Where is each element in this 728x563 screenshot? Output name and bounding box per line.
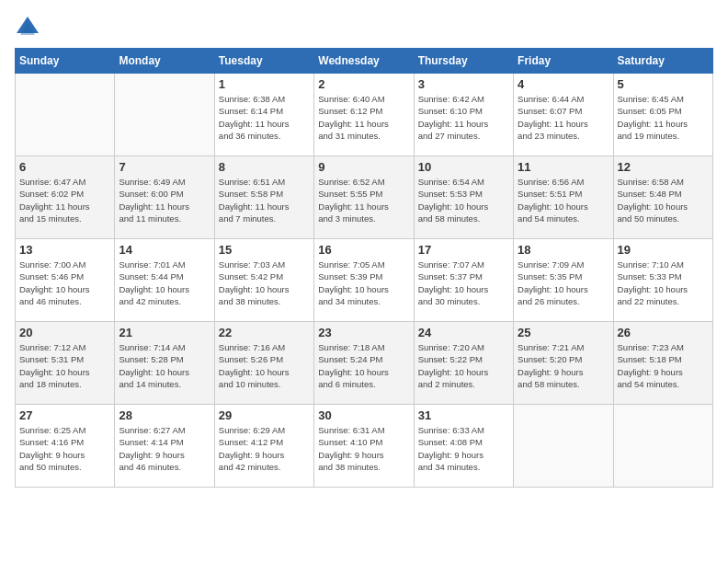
calendar-cell: 5Sunrise: 6:45 AM Sunset: 6:05 PM Daylig… xyxy=(613,74,712,156)
day-number: 21 xyxy=(119,326,210,339)
calendar-cell: 19Sunrise: 7:10 AM Sunset: 5:33 PM Dayli… xyxy=(613,239,712,322)
day-number: 14 xyxy=(119,243,210,257)
calendar-header-row: SundayMondayTuesdayWednesdayThursdayFrid… xyxy=(16,49,713,74)
calendar-cell: 7Sunrise: 6:49 AM Sunset: 6:00 PM Daylig… xyxy=(115,156,214,239)
day-info: Sunrise: 7:07 AM Sunset: 5:37 PM Dayligh… xyxy=(418,259,509,307)
calendar-cell xyxy=(16,74,115,156)
day-info: Sunrise: 6:54 AM Sunset: 5:53 PM Dayligh… xyxy=(418,176,509,224)
week-row-1: 1Sunrise: 6:38 AM Sunset: 6:14 PM Daylig… xyxy=(16,74,713,156)
calendar-cell: 26Sunrise: 7:23 AM Sunset: 5:18 PM Dayli… xyxy=(613,322,712,405)
day-number: 22 xyxy=(219,326,310,339)
day-info: Sunrise: 7:10 AM Sunset: 5:33 PM Dayligh… xyxy=(618,259,709,307)
day-number: 2 xyxy=(318,77,409,91)
day-number: 24 xyxy=(418,326,509,339)
calendar-cell: 20Sunrise: 7:12 AM Sunset: 5:31 PM Dayli… xyxy=(16,322,115,405)
day-info: Sunrise: 7:05 AM Sunset: 5:39 PM Dayligh… xyxy=(318,259,409,307)
calendar-cell: 14Sunrise: 7:01 AM Sunset: 5:44 PM Dayli… xyxy=(115,239,214,322)
day-number: 15 xyxy=(219,243,310,257)
calendar-cell: 23Sunrise: 7:18 AM Sunset: 5:24 PM Dayli… xyxy=(314,322,414,405)
day-info: Sunrise: 6:40 AM Sunset: 6:12 PM Dayligh… xyxy=(318,93,409,142)
day-info: Sunrise: 6:38 AM Sunset: 6:14 PM Dayligh… xyxy=(219,93,310,142)
calendar-cell: 13Sunrise: 7:00 AM Sunset: 5:46 PM Dayli… xyxy=(16,239,115,322)
week-row-3: 13Sunrise: 7:00 AM Sunset: 5:46 PM Dayli… xyxy=(16,239,713,322)
calendar-cell: 30Sunrise: 6:31 AM Sunset: 4:10 PM Dayli… xyxy=(314,405,414,488)
day-number: 11 xyxy=(518,160,609,174)
day-number: 16 xyxy=(318,243,409,257)
day-info: Sunrise: 6:52 AM Sunset: 5:55 PM Dayligh… xyxy=(318,176,409,224)
day-info: Sunrise: 7:03 AM Sunset: 5:42 PM Dayligh… xyxy=(219,259,310,307)
day-info: Sunrise: 6:44 AM Sunset: 6:07 PM Dayligh… xyxy=(518,93,609,142)
day-number: 31 xyxy=(418,408,509,422)
calendar-cell xyxy=(115,74,214,156)
calendar-table: SundayMondayTuesdayWednesdayThursdayFrid… xyxy=(15,48,713,488)
weekday-header: Tuesday xyxy=(214,49,313,74)
day-number: 28 xyxy=(119,408,210,422)
day-info: Sunrise: 7:09 AM Sunset: 5:35 PM Dayligh… xyxy=(518,259,609,307)
day-number: 20 xyxy=(19,326,110,339)
weekday-header: Saturday xyxy=(613,49,712,74)
calendar-cell: 2Sunrise: 6:40 AM Sunset: 6:12 PM Daylig… xyxy=(314,74,414,156)
calendar-cell: 12Sunrise: 6:58 AM Sunset: 5:48 PM Dayli… xyxy=(613,156,712,239)
day-number: 29 xyxy=(219,408,310,422)
day-number: 1 xyxy=(219,77,310,91)
day-info: Sunrise: 6:25 AM Sunset: 4:16 PM Dayligh… xyxy=(19,424,110,473)
calendar-cell: 29Sunrise: 6:29 AM Sunset: 4:12 PM Dayli… xyxy=(214,405,313,488)
calendar-cell: 18Sunrise: 7:09 AM Sunset: 5:35 PM Dayli… xyxy=(514,239,613,322)
day-number: 10 xyxy=(418,160,509,174)
day-info: Sunrise: 7:12 AM Sunset: 5:31 PM Dayligh… xyxy=(19,341,110,390)
day-info: Sunrise: 7:20 AM Sunset: 5:22 PM Dayligh… xyxy=(418,341,509,390)
weekday-header: Friday xyxy=(514,49,613,74)
day-info: Sunrise: 6:42 AM Sunset: 6:10 PM Dayligh… xyxy=(418,93,509,142)
day-number: 3 xyxy=(418,77,509,91)
calendar-cell: 22Sunrise: 7:16 AM Sunset: 5:26 PM Dayli… xyxy=(214,322,313,405)
logo xyxy=(15,15,44,40)
day-info: Sunrise: 6:56 AM Sunset: 5:51 PM Dayligh… xyxy=(518,176,609,224)
day-info: Sunrise: 6:47 AM Sunset: 6:02 PM Dayligh… xyxy=(19,176,110,224)
day-number: 30 xyxy=(318,408,409,422)
page-header xyxy=(15,15,713,40)
day-number: 25 xyxy=(518,326,609,339)
day-number: 6 xyxy=(19,160,110,174)
day-number: 27 xyxy=(19,408,110,422)
day-info: Sunrise: 6:33 AM Sunset: 4:08 PM Dayligh… xyxy=(418,424,509,473)
day-info: Sunrise: 7:01 AM Sunset: 5:44 PM Dayligh… xyxy=(119,259,210,307)
day-number: 19 xyxy=(618,243,709,257)
day-info: Sunrise: 6:31 AM Sunset: 4:10 PM Dayligh… xyxy=(318,424,409,473)
weekday-header: Wednesday xyxy=(314,49,414,74)
day-info: Sunrise: 7:14 AM Sunset: 5:28 PM Dayligh… xyxy=(119,341,210,390)
day-info: Sunrise: 7:16 AM Sunset: 5:26 PM Dayligh… xyxy=(219,341,310,390)
calendar-cell: 4Sunrise: 6:44 AM Sunset: 6:07 PM Daylig… xyxy=(514,74,613,156)
day-number: 26 xyxy=(618,326,709,339)
calendar-cell: 21Sunrise: 7:14 AM Sunset: 5:28 PM Dayli… xyxy=(115,322,214,405)
calendar-cell: 8Sunrise: 6:51 AM Sunset: 5:58 PM Daylig… xyxy=(214,156,313,239)
day-number: 4 xyxy=(518,77,609,91)
week-row-5: 27Sunrise: 6:25 AM Sunset: 4:16 PM Dayli… xyxy=(16,405,713,488)
weekday-header: Thursday xyxy=(414,49,513,74)
week-row-4: 20Sunrise: 7:12 AM Sunset: 5:31 PM Dayli… xyxy=(16,322,713,405)
day-number: 12 xyxy=(618,160,709,174)
calendar-cell: 16Sunrise: 7:05 AM Sunset: 5:39 PM Dayli… xyxy=(314,239,414,322)
day-number: 8 xyxy=(219,160,310,174)
calendar-cell: 28Sunrise: 6:27 AM Sunset: 4:14 PM Dayli… xyxy=(115,405,214,488)
day-number: 9 xyxy=(318,160,409,174)
calendar-cell: 3Sunrise: 6:42 AM Sunset: 6:10 PM Daylig… xyxy=(414,74,513,156)
weekday-header: Sunday xyxy=(16,49,115,74)
calendar-cell: 15Sunrise: 7:03 AM Sunset: 5:42 PM Dayli… xyxy=(214,239,313,322)
calendar-cell: 10Sunrise: 6:54 AM Sunset: 5:53 PM Dayli… xyxy=(414,156,513,239)
day-info: Sunrise: 6:49 AM Sunset: 6:00 PM Dayligh… xyxy=(119,176,210,224)
day-number: 7 xyxy=(119,160,210,174)
logo-icon xyxy=(15,15,40,40)
day-info: Sunrise: 6:51 AM Sunset: 5:58 PM Dayligh… xyxy=(219,176,310,224)
calendar-cell: 27Sunrise: 6:25 AM Sunset: 4:16 PM Dayli… xyxy=(16,405,115,488)
calendar-cell xyxy=(514,405,613,488)
day-info: Sunrise: 6:29 AM Sunset: 4:12 PM Dayligh… xyxy=(219,424,310,473)
day-info: Sunrise: 6:45 AM Sunset: 6:05 PM Dayligh… xyxy=(618,93,709,142)
day-number: 13 xyxy=(19,243,110,257)
calendar-cell: 24Sunrise: 7:20 AM Sunset: 5:22 PM Dayli… xyxy=(414,322,513,405)
calendar-cell xyxy=(613,405,712,488)
day-number: 17 xyxy=(418,243,509,257)
day-info: Sunrise: 7:18 AM Sunset: 5:24 PM Dayligh… xyxy=(318,341,409,390)
calendar-cell: 25Sunrise: 7:21 AM Sunset: 5:20 PM Dayli… xyxy=(514,322,613,405)
calendar-cell: 9Sunrise: 6:52 AM Sunset: 5:55 PM Daylig… xyxy=(314,156,414,239)
day-info: Sunrise: 7:23 AM Sunset: 5:18 PM Dayligh… xyxy=(618,341,709,390)
